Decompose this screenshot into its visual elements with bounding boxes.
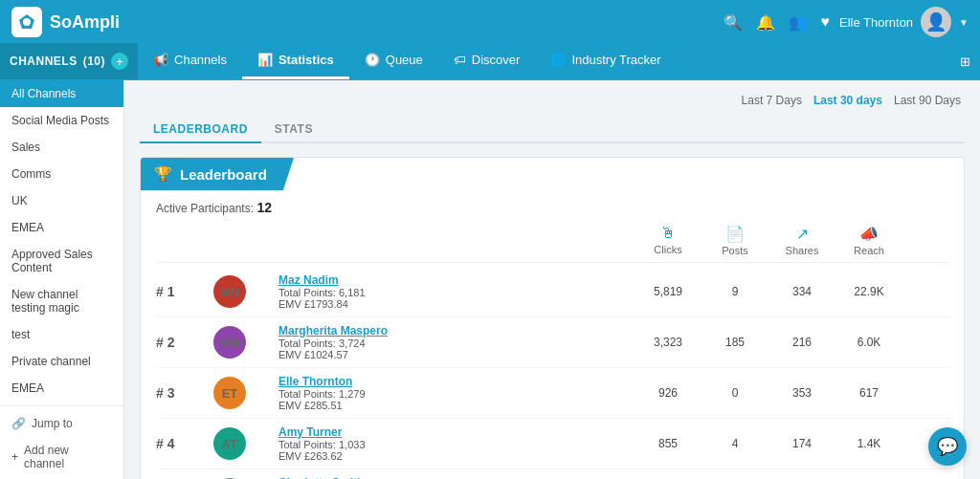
tab-statistics[interactable]: 📊 Statistics [242, 43, 349, 79]
sidebar-item-all-channels[interactable]: All Channels [0, 80, 123, 107]
sidebar-item-emea[interactable]: EMEA [0, 214, 123, 241]
avatar-3: ET [213, 377, 246, 409]
active-participants-count: 12 [256, 200, 272, 215]
date-option-30[interactable]: Last 30 days [810, 92, 886, 109]
leaderboard-card: 🏆 Leaderboard Active Participants: 12 🖱 [140, 157, 965, 479]
avatar-2: MM [213, 326, 246, 359]
sidebar-item-label: Approved Sales Content [11, 248, 93, 274]
user-avatar: 👤 [921, 7, 951, 37]
jump-label: Jump to [32, 417, 73, 430]
clicks-3: 926 [635, 386, 702, 400]
user-name-3[interactable]: Elle Thornton [278, 375, 635, 388]
user-chevron-icon: ▼ [959, 17, 969, 28]
add-label: Add new channel [24, 444, 112, 470]
shares-col-label: Shares [786, 245, 819, 256]
avatar-1: MN [213, 275, 246, 308]
rank-4: # 4 [156, 436, 213, 451]
industry-tab-icon: 🌐 [550, 53, 566, 67]
sidebar-item-label: Private channel [11, 355, 91, 368]
rank-1: # 1 [156, 284, 213, 299]
sidebar-item-new-channel[interactable]: New channel testing magic [0, 281, 123, 321]
sidebar-item-uk[interactable]: UK [0, 187, 123, 214]
bell-icon[interactable]: 🔔 [756, 13, 775, 32]
tab-industry[interactable]: 🌐 Industry Tracker [535, 43, 676, 79]
tab-queue[interactable]: 🕐 Queue [349, 43, 438, 79]
user-points-2: Total Points: 3,724 [278, 337, 635, 349]
user-name: Elle Thornton [839, 15, 913, 30]
user-emv-3: EMV £285.51 [278, 400, 635, 411]
channels-label: CHANNELS [10, 54, 78, 68]
posts-col-icon: 📄 [725, 225, 745, 243]
discover-tab-icon: 🏷 [454, 53, 466, 67]
sidebar-item-test[interactable]: test [0, 321, 123, 348]
tab-channels[interactable]: 📢 Channels [138, 43, 242, 79]
reach-3: 617 [835, 386, 902, 400]
top-nav-icons: 🔍 🔔 👥 ♥ [724, 13, 831, 32]
users-icon[interactable]: 👥 [789, 13, 808, 32]
sidebar-action-jump[interactable]: 🔗 Jump to [0, 410, 123, 437]
user-info-4: Amy Turner Total Points: 1,033 EMV £263.… [271, 425, 635, 462]
table-row: # 2 MM Margherita Maspero Total Points: … [156, 317, 948, 368]
user-emv-4: EMV £263.62 [278, 450, 635, 462]
discover-tab-label: Discover [472, 53, 521, 67]
shares-1: 334 [768, 285, 835, 298]
sidebar-item-approved-sales[interactable]: Approved Sales Content [0, 241, 123, 281]
rank-3: # 3 [156, 385, 213, 401]
reach-2: 6.0K [835, 336, 902, 349]
heart-icon[interactable]: ♥ [821, 13, 831, 31]
table-row: # 4 AT Amy Turner Total Points: 1,033 EM… [156, 419, 948, 469]
table-row: # 1 MN Maz Nadim Total Points: 6,181 EMV… [156, 267, 948, 317]
sidebar-item-label: EMEA [11, 381, 44, 395]
date-option-90[interactable]: Last 90 Days [890, 92, 965, 109]
col-header-posts: 📄 Posts [702, 225, 768, 256]
tab-discover[interactable]: 🏷 Discover [438, 43, 536, 79]
sidebar-item-emea2[interactable]: EMEA [0, 375, 123, 402]
shares-3: 353 [768, 386, 835, 400]
tab-leaderboard[interactable]: LEADERBOARD [140, 117, 261, 143]
posts-4: 4 [702, 437, 768, 450]
user-points-1: Total Points: 6,181 [278, 287, 635, 298]
col-header-reach: 📣 Reach [835, 225, 902, 256]
statistics-tab-icon: 📊 [257, 53, 273, 67]
sidebar-item-social-media[interactable]: Social Media Posts [0, 107, 123, 134]
channels-tab-icon: 📢 [153, 53, 168, 67]
grid-view-icon[interactable]: ⊞ [960, 54, 970, 69]
jump-icon: 🔗 [11, 417, 26, 430]
user-info-3: Elle Thornton Total Points: 1,279 EMV £2… [271, 375, 635, 411]
sidebar-item-comms[interactable]: Comms [0, 161, 123, 187]
user-info-1: Maz Nadim Total Points: 6,181 EMV £1793.… [271, 273, 635, 310]
rank-2: # 2 [156, 335, 213, 350]
user-name-4[interactable]: Amy Turner [278, 425, 635, 439]
add-channel-button[interactable]: + [111, 53, 128, 70]
shares-4: 174 [768, 437, 835, 450]
sidebar-item-label: Social Media Posts [11, 114, 109, 127]
svg-point-1 [23, 18, 31, 26]
active-participants: Active Participants: 12 [156, 200, 948, 215]
posts-2: 185 [702, 336, 768, 349]
user-emv-1: EMV £1793.84 [278, 298, 635, 310]
clicks-1: 5,819 [635, 285, 702, 298]
sidebar-action-add[interactable]: + Add new channel [0, 437, 123, 477]
user-area[interactable]: Elle Thornton 👤 ▼ [839, 7, 969, 37]
avatar-4: AT [213, 427, 246, 460]
clicks-2: 3,323 [635, 336, 702, 349]
channels-count: (10) [83, 54, 105, 68]
chat-bubble[interactable]: 💬 [928, 427, 967, 466]
date-option-7[interactable]: Last 7 Days [738, 92, 806, 109]
user-name-1[interactable]: Maz Nadim [278, 273, 635, 287]
sidebar-item-private[interactable]: Private channel [0, 348, 123, 375]
reach-col-label: Reach [854, 245, 884, 256]
logo-icon [11, 7, 42, 37]
sidebar-item-sales[interactable]: Sales [0, 134, 123, 161]
search-icon[interactable]: 🔍 [724, 13, 743, 32]
industry-tab-label: Industry Tracker [571, 53, 660, 67]
leaderboard-rows: # 1 MN Maz Nadim Total Points: 6,181 EMV… [156, 267, 948, 479]
user-name-2[interactable]: Margherita Maspero [278, 324, 635, 337]
col-header-clicks: 🖱 Clicks [635, 225, 702, 256]
table-row: # 5 CS Charlotte Smith Total Points: 246… [156, 469, 948, 479]
tab-stats[interactable]: STATS [261, 117, 326, 142]
posts-3: 0 [702, 386, 768, 400]
reach-4: 1.4K [835, 437, 902, 450]
posts-col-label: Posts [722, 245, 748, 256]
add-icon: + [11, 450, 18, 464]
